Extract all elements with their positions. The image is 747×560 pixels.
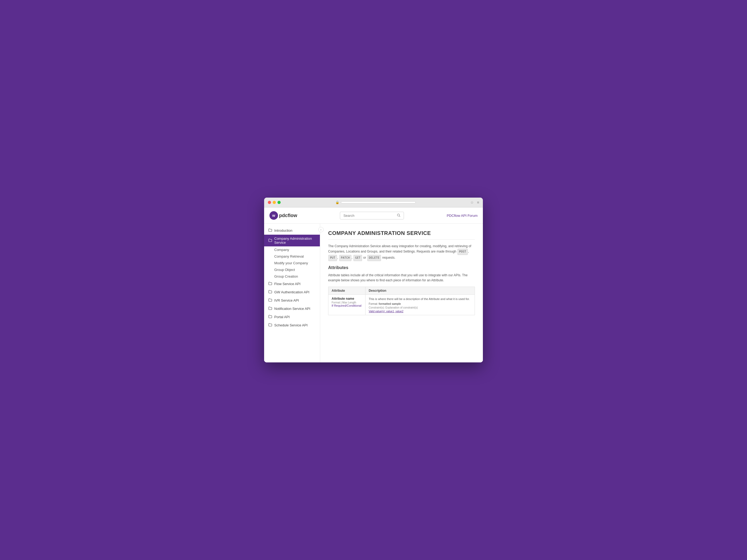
url-bar: [341, 201, 416, 204]
sidebar-label-portal-api: Portal API: [274, 315, 290, 319]
browser-chrome: 🔒 ☆ ≡: [264, 197, 483, 208]
sidebar-label-notification-service: Notification Service API: [274, 306, 310, 311]
logo-text: pdcflow: [279, 213, 297, 218]
main-content: COMPANY ADMINISTRATION SERVICE The Compa…: [320, 224, 483, 363]
attr-meta: Format | Max Length: [332, 301, 362, 304]
attr-format: Format: formatted sample: [369, 302, 471, 305]
sidebar-item-schedule-service[interactable]: Schedule Service API: [264, 321, 320, 329]
logo-bold: flow: [288, 213, 297, 218]
sidebar-item-company-retrieval[interactable]: Company Retrieval: [264, 253, 320, 260]
sidebar-item-introduction[interactable]: Introduction: [264, 226, 320, 235]
browser-window: 🔒 ☆ ≡ w pdcflow: [264, 197, 483, 363]
chrome-icons: ☆ ≡: [470, 200, 479, 205]
sidebar-item-modify-company[interactable]: Modify your Company: [264, 260, 320, 266]
page: w pdcflow PDCflow API Forum ‹: [264, 208, 483, 363]
lock-icon: 🔒: [335, 201, 339, 204]
col-header-attribute: Attribute: [328, 287, 365, 295]
sidebar-item-flow-service[interactable]: Flow Service API: [264, 280, 320, 288]
sidebar-item-ivr-service[interactable]: IVR Service API: [264, 296, 320, 304]
traffic-light-red[interactable]: [268, 201, 271, 204]
sidebar-item-group-creation[interactable]: Group Creation: [264, 273, 320, 280]
attr-required-link[interactable]: If Required/Conditional: [332, 304, 361, 307]
folder-icon-flow-service: [268, 282, 272, 286]
search-bar-container[interactable]: [340, 212, 404, 219]
page-title: COMPANY ADMINISTRATION SERVICE: [328, 230, 475, 240]
folder-icon-ivr-service: [268, 298, 272, 303]
sidebar-item-gw-auth[interactable]: GW Authentication API: [264, 288, 320, 296]
address-bar: 🔒: [283, 201, 468, 204]
svg-point-0: [397, 214, 400, 216]
http-tag-patch: PATCH: [339, 255, 351, 261]
attributes-title: Attributes: [328, 265, 475, 270]
folder-icon-notification-service: [268, 306, 272, 311]
sidebar-item-company-admin[interactable]: Company Administration Service: [264, 235, 320, 246]
table-row: Attribute name Format | Max Length If Re…: [328, 295, 475, 315]
http-tag-get: GET: [354, 255, 362, 261]
traffic-light-green[interactable]: [278, 201, 281, 204]
folder-icon-portal-api: [268, 315, 272, 319]
logo-plain: pdc: [279, 213, 288, 218]
sidebar-label-introduction: Introduction: [274, 229, 292, 233]
sidebar-item-company[interactable]: Company: [264, 246, 320, 253]
folder-icon-gw-auth: [268, 290, 272, 294]
attributes-table: Attribute Description Attribute name For…: [328, 287, 475, 315]
search-icon: [397, 213, 401, 218]
sidebar-label-ivr-service: IVR Service API: [274, 298, 299, 302]
logo-area: w pdcflow: [269, 211, 297, 220]
logo-circle: w: [269, 211, 278, 220]
api-forum-link[interactable]: PDCflow API Forum: [446, 214, 478, 218]
attr-name-cell: Attribute name Format | Max Length If Re…: [328, 295, 365, 315]
sidebar-label-company-admin: Company Administration Service: [274, 237, 316, 244]
sidebar-label-schedule-service: Schedule Service API: [274, 323, 308, 327]
http-tag-put: PUT: [328, 255, 337, 261]
folder-icon-introduction: [268, 228, 272, 233]
search-input[interactable]: [343, 214, 394, 218]
sidebar-label-flow-service: Flow Service API: [274, 282, 301, 286]
menu-icon[interactable]: ≡: [477, 200, 479, 205]
attr-constraint: Constraint(s): Explanation of constraint…: [369, 306, 471, 309]
sidebar: ‹ Introduction: [264, 224, 320, 363]
sidebar-item-notification-service[interactable]: Notification Service API: [264, 304, 320, 313]
attr-desc-text: This is where there will be a descriptio…: [369, 297, 471, 301]
table-header-row: Attribute Description: [328, 287, 475, 295]
sidebar-toggle[interactable]: ‹: [318, 227, 324, 232]
traffic-light-yellow[interactable]: [273, 201, 276, 204]
sidebar-item-group-object[interactable]: Group Object: [264, 266, 320, 273]
intro-paragraph: The Company Administration Service allow…: [328, 243, 475, 261]
attr-name: Attribute name: [332, 297, 362, 300]
page-content: ‹ Introduction: [264, 224, 483, 363]
http-tag-delete: DELETE: [367, 255, 381, 261]
folder-icon-company-admin: [268, 238, 272, 243]
traffic-lights: [268, 201, 281, 204]
sidebar-item-portal-api[interactable]: Portal API: [264, 313, 320, 321]
format-label: Format:: [369, 302, 379, 305]
sidebar-label-gw-auth: GW Authentication API: [274, 290, 309, 294]
folder-icon-schedule-service: [268, 323, 272, 327]
http-tag-post: POST: [458, 249, 468, 255]
col-header-description: Description: [365, 287, 475, 295]
attr-valid-values: Valid value(s): value1, value2: [369, 310, 471, 313]
format-value: formatted sample: [379, 302, 401, 305]
page-header: w pdcflow PDCflow API Forum: [264, 208, 483, 224]
attributes-description: Attribute tables include all of the crit…: [328, 273, 475, 283]
attr-desc-cell: This is where there will be a descriptio…: [365, 295, 475, 315]
svg-line-1: [400, 216, 400, 216]
star-icon[interactable]: ☆: [470, 200, 474, 205]
